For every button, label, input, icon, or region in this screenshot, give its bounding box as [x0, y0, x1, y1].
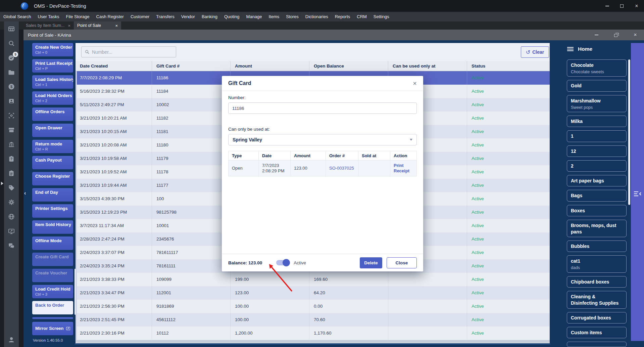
tab-close-icon[interactable]: × [68, 24, 70, 28]
settings-gear-icon[interactable] [7, 198, 15, 206]
file-storage-icon[interactable] [7, 68, 15, 76]
action-button[interactable]: Offline Mode [32, 236, 73, 250]
tab-sales-by-item-summary[interactable]: Sales by Item Sum... × [22, 21, 74, 30]
pos-minimize-button[interactable] [594, 33, 599, 37]
search-icon[interactable] [7, 39, 15, 47]
category-card[interactable]: cat1 dads [567, 255, 627, 272]
action-button[interactable]: Open Drawer [32, 124, 73, 137]
category-card[interactable]: Bubbles [567, 241, 627, 252]
action-button[interactable]: Create Gift Card [32, 253, 73, 266]
gift-card-row[interactable]: 2/21/2023 2:30:16 PM 10112 1,200.00 1,17… [76, 327, 550, 340]
pos-close-button[interactable]: × [633, 33, 638, 37]
column-header[interactable]: Gift Card # [152, 61, 231, 71]
tab-point-of-sale[interactable]: Point of Sale × [74, 21, 121, 30]
menu-item[interactable]: Banking [198, 12, 221, 21]
clipboard-question-icon[interactable]: ? [7, 155, 15, 163]
order-link[interactable]: SO-0037025 [326, 161, 358, 176]
category-card[interactable]: Custom items [567, 327, 627, 338]
column-header[interactable]: Can be used only at [388, 61, 467, 71]
action-button[interactable]: Item Sold History [32, 220, 73, 234]
collapse-drawer-icon[interactable] [633, 190, 642, 198]
category-scrollbar[interactable] [628, 59, 630, 205]
menu-item[interactable]: Items [265, 12, 283, 21]
menu-item[interactable]: Quoting [221, 12, 243, 21]
used-at-select[interactable]: Spring Valley [228, 134, 417, 145]
menu-item[interactable]: Cash Register [93, 12, 127, 21]
menu-item[interactable]: Stores [283, 12, 302, 21]
delete-button[interactable]: Delete [360, 257, 382, 268]
contacts-icon[interactable] [7, 97, 15, 105]
menu-item[interactable]: Transfers [153, 12, 178, 21]
tasks-icon[interactable]: 9 [7, 54, 15, 62]
number-field[interactable] [228, 102, 417, 114]
pos-terminal-icon[interactable] [7, 25, 15, 33]
menu-item[interactable]: Dictionaries [302, 12, 332, 21]
action-button[interactable]: Load Hold Orders Ctrl + 2 [32, 91, 73, 105]
gift-card-row[interactable]: 2/21/2023 2:56:30 PM 9181869 100.00 0.00… [76, 300, 550, 313]
action-button[interactable]: Back to Order [32, 301, 73, 314]
category-card[interactable]: Brooms, mops, dust pans [567, 220, 627, 237]
payments-icon[interactable]: $ [7, 83, 15, 91]
category-card[interactable]: Chocolate Chocolate sweets [567, 59, 627, 77]
menu-item[interactable]: Reports [332, 12, 354, 21]
menu-item[interactable]: Manage [243, 12, 265, 21]
action-button[interactable]: Load Sales History Ctrl + 1 [32, 75, 73, 89]
dialog-close-icon[interactable]: × [413, 80, 417, 87]
chat-icon[interactable] [7, 242, 15, 250]
sync-icon[interactable] [7, 112, 15, 120]
tag-icon[interactable] [7, 184, 15, 192]
category-card[interactable]: Boxes [567, 205, 627, 216]
column-header[interactable]: Status [467, 61, 550, 71]
remote-screen-icon[interactable] [7, 227, 15, 235]
category-card[interactable]: 1 [567, 130, 627, 142]
action-button[interactable]: Load Credit Hold Ctrl + 3 [32, 285, 73, 298]
expand-panel-arrow-icon[interactable] [1, 182, 3, 185]
table-left-scrollbar[interactable] [76, 71, 77, 340]
category-card[interactable]: 12 [567, 145, 627, 157]
column-header[interactable]: Open Balance [309, 61, 388, 71]
collapse-actions-chevron-icon[interactable]: ‹ [24, 190, 26, 196]
close-dialog-button[interactable]: Close [387, 257, 417, 268]
action-button[interactable]: Choose Register [32, 172, 73, 185]
action-button[interactable]: Return mode Ctrl + R [32, 140, 73, 153]
action-button[interactable]: Offline Orders [32, 107, 73, 121]
clipboard-list-icon[interactable] [7, 169, 15, 177]
action-button[interactable]: Print Last Receipt Ctrl + P [32, 59, 73, 73]
category-card[interactable]: Chipboard boxes [567, 276, 627, 288]
pos-restore-button[interactable] [613, 33, 618, 37]
category-card[interactable]: 2 [567, 160, 627, 172]
maximize-button[interactable] [614, 0, 629, 12]
gift-card-row[interactable]: 2/21/2023 2:51:45 PM 45611112 100.00 70.… [76, 313, 550, 327]
menu-item[interactable]: Customer [127, 12, 153, 21]
action-button[interactable]: Create New Order Ctrl + 0 [32, 43, 73, 56]
category-card[interactable]: Art paper bags [567, 175, 627, 186]
print-receipt-link[interactable]: Print Receipt [390, 161, 416, 176]
action-button[interactable]: Mirror Screen [32, 322, 73, 335]
clear-button[interactable]: ↺ Clear [521, 46, 549, 58]
category-card[interactable]: Milka [567, 116, 627, 127]
category-card[interactable]: Cleaning & Disinfecting Supplies [567, 291, 627, 308]
action-button[interactable]: Cash Payout [32, 156, 73, 169]
action-button[interactable]: Create Voucher [32, 269, 73, 282]
tab-close-icon[interactable]: × [115, 24, 118, 28]
menu-item[interactable]: Global Search [0, 12, 34, 21]
table-horizontal-scrollbar[interactable] [76, 340, 550, 343]
menu-item[interactable]: Vendor [178, 12, 198, 21]
category-card[interactable]: Bags [567, 190, 627, 201]
globe-icon[interactable] [7, 213, 15, 221]
category-card[interactable] [567, 342, 627, 347]
action-button[interactable]: Printer Settings [32, 204, 73, 218]
search-input[interactable] [92, 49, 169, 55]
menu-item[interactable]: CRM [353, 12, 370, 21]
menu-item[interactable]: Settings [370, 12, 393, 21]
menu-item[interactable]: File Storage [62, 12, 93, 21]
hamburger-menu-icon[interactable] [567, 47, 574, 51]
category-card[interactable]: Gold [567, 80, 627, 91]
menu-item[interactable]: User Tasks [34, 12, 62, 21]
minimize-button[interactable] [600, 0, 614, 12]
column-header[interactable]: Date Created [76, 61, 152, 71]
action-button[interactable]: End of Day [32, 188, 73, 202]
gift-card-row[interactable]: 2/21/2023 3:38:33 PM 109099 199.00 169.6… [76, 273, 550, 286]
category-card[interactable]: Corrugated boxes [567, 312, 627, 323]
gift-card-row[interactable]: 2/21/2023 3:34:47 PM 112001 123.00 64.20… [76, 286, 550, 300]
